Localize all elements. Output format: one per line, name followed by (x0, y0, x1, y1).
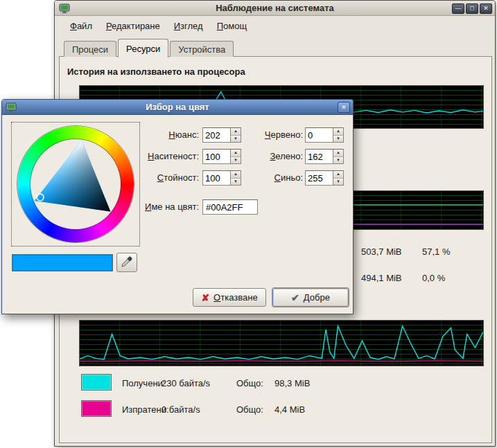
menu-file[interactable]: Файл (63, 18, 99, 34)
red-label: Червено: (231, 129, 303, 140)
sent-total: 4,4 MiB (274, 404, 305, 415)
menu-help[interactable]: Помощ (210, 18, 254, 34)
color-picker-dialog: Избор на цвят ✕ (1, 99, 354, 314)
dialog-close-button[interactable]: ✕ (338, 102, 350, 113)
ok-check-icon: ✔ (291, 292, 299, 303)
received-total-label: Общо: (236, 378, 263, 388)
window-title: Наблюдение на системата (55, 3, 495, 13)
minimize-button[interactable]: — (452, 3, 464, 14)
eyedropper-button[interactable] (116, 253, 137, 272)
received-total: 98,3 MiB (274, 378, 310, 388)
close-button[interactable]: ✕ (480, 3, 492, 14)
sv-triangle[interactable] (17, 126, 134, 242)
green-down-arrow[interactable]: ▼ (333, 157, 343, 164)
red-up-arrow[interactable]: ▲ (333, 128, 343, 136)
sent-total-label: Общо: (236, 404, 263, 415)
sv-triangle-black-shade (35, 141, 111, 212)
red-spinbox: ▲▼ (305, 127, 344, 143)
main-titlebar[interactable]: Наблюдение на системата — □ ✕ (55, 1, 495, 16)
green-up-arrow[interactable]: ▲ (333, 150, 343, 157)
blue-down-arrow[interactable]: ▼ (333, 179, 343, 186)
network-history-chart (79, 320, 484, 366)
ok-button[interactable]: ✔ Добре (272, 288, 349, 307)
network-received-line (80, 326, 483, 359)
swap-used-value: 494,1 MiB (361, 273, 402, 283)
green-spinbox: ▲▼ (305, 149, 344, 164)
blue-spinbox: ▲▼ (305, 170, 344, 186)
menubar: Файл Редактиране Изглед Помощ (58, 17, 492, 35)
value-input[interactable] (203, 171, 230, 185)
color-wheel-area[interactable] (11, 122, 140, 247)
color-name-label: Име на цвят: (106, 201, 199, 212)
window-controls: — □ ✕ (452, 3, 492, 14)
tab-devices[interactable]: Устройства (170, 41, 234, 57)
sent-rate: 0 байта/s (162, 404, 200, 415)
value-label: Стойност: (106, 172, 199, 183)
cancel-x-icon: ✘ (201, 292, 209, 303)
saturation-input[interactable] (203, 150, 230, 163)
green-input[interactable] (306, 150, 333, 163)
swap-used-percent: 0,0 % (422, 273, 445, 283)
color-name-input[interactable] (202, 199, 258, 215)
menu-view[interactable]: Изглед (167, 18, 210, 34)
tab-processes[interactable]: Процеси (64, 41, 116, 57)
red-input[interactable] (306, 128, 333, 142)
memory-used-value: 503,7 MiB (361, 247, 402, 257)
ok-button-label: Добре (304, 292, 330, 303)
memory-used-percent: 57,1 % (422, 247, 450, 257)
green-label: Зелено: (231, 151, 303, 161)
blue-up-arrow[interactable]: ▲ (333, 171, 343, 179)
sent-color-swatch[interactable] (81, 400, 112, 417)
blue-input[interactable] (306, 171, 333, 185)
hue-input[interactable] (203, 128, 230, 142)
eyedropper-icon (120, 255, 134, 271)
cancel-button-label: Отказване (213, 292, 258, 303)
received-label: Получени: (122, 378, 165, 388)
dialog-titlebar[interactable]: Избор на цвят ✕ (2, 100, 353, 115)
red-down-arrow[interactable]: ▼ (333, 136, 343, 143)
menu-edit[interactable]: Редактиране (99, 18, 167, 34)
received-color-swatch[interactable] (81, 374, 112, 391)
tab-resources[interactable]: Ресурси (118, 39, 168, 57)
received-rate: 230 байта/s (162, 378, 210, 388)
maximize-button[interactable]: □ (466, 3, 478, 14)
cpu-history-heading: История на използването на процесора (67, 66, 245, 77)
network-sent-line (80, 361, 483, 361)
saturation-label: Наситеност: (106, 151, 199, 161)
current-color-preview (12, 254, 113, 271)
hue-label: Нюанс: (106, 129, 199, 140)
cancel-button[interactable]: ✘ Отказване (193, 288, 266, 307)
tab-bar: Процеси Ресурси Устройства (64, 38, 235, 57)
dialog-title: Избор на цвят (2, 102, 353, 112)
blue-label: Синьо: (231, 172, 303, 183)
